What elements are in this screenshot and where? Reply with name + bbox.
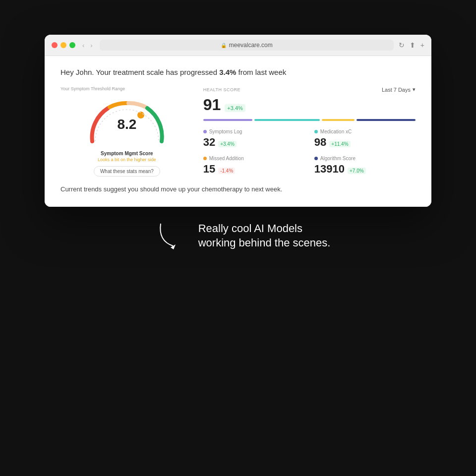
progress-bar-yellow: [322, 119, 355, 121]
greeting: Hey John. Your treatment scale has progr…: [60, 68, 416, 76]
nav-buttons: ‹ ›: [80, 41, 95, 50]
caption-area: Really cool AI Modelsworking behind the …: [146, 219, 331, 253]
stat-missed-addition-value: 15: [203, 163, 215, 176]
stat-dot-purple: [203, 130, 207, 133]
stat-algorithm-score-header: Algorithm Score: [314, 156, 416, 161]
new-tab-icon[interactable]: +: [420, 41, 424, 49]
stat-dot-orange: [203, 157, 207, 160]
progress-bars: [203, 119, 416, 121]
stat-medication-xc-header: Medication xC: [314, 129, 416, 134]
last-days-dropdown[interactable]: Last 7 Days ▾: [382, 86, 416, 93]
health-panel: HEALTH SCORE Last 7 Days ▾ 91 +3.4%: [203, 86, 416, 177]
stat-symptoms-log: Symptoms Log 32 +3.4%: [203, 129, 304, 149]
main-grid: Your Symptom Threshold Range: [60, 86, 416, 177]
stat-symptoms-log-change: +3.4%: [218, 141, 237, 147]
stat-algorithm-score-value-row: 13910 +7.0%: [314, 163, 416, 176]
progress-bar-darkblue: [357, 119, 416, 121]
back-button[interactable]: ‹: [80, 41, 86, 50]
chevron-down-icon: ▾: [413, 86, 416, 93]
stat-medication-xc: Medication xC 98 +11.4%: [314, 129, 416, 149]
progress-bar-teal: [254, 119, 320, 121]
greeting-text-after: from last week: [236, 68, 286, 76]
stat-missed-addition-change: -1.4%: [218, 168, 235, 174]
gauge-center: 8.2: [117, 117, 136, 132]
stat-algorithm-score-value: 13910: [314, 163, 345, 176]
url-text: meevalcare.com: [229, 42, 273, 49]
gauge-container: 8.2: [82, 94, 172, 149]
reload-icon[interactable]: ↻: [399, 41, 405, 49]
stat-medication-xc-value: 98: [314, 136, 326, 149]
stat-algorithm-score: Algorithm Score 13910 +7.0%: [314, 156, 416, 176]
minimize-button[interactable]: [60, 42, 66, 48]
stat-symptoms-log-header: Symptoms Log: [203, 129, 304, 134]
stat-symptoms-log-value: 32: [203, 136, 215, 149]
browser-content: Hey John. Your treatment scale has progr…: [45, 56, 431, 207]
caption-text: Really cool AI Modelsworking behind the …: [198, 222, 331, 250]
health-score-label: HEALTH SCORE: [203, 87, 240, 92]
last-days-label: Last 7 Days: [382, 87, 411, 93]
stat-medication-xc-change: +11.4%: [329, 141, 350, 147]
stat-medication-xc-value-row: 98 +11.4%: [314, 136, 416, 149]
lock-icon: 🔒: [221, 43, 227, 48]
close-button[interactable]: [52, 42, 58, 48]
stat-missed-addition-header: Missed Addition: [203, 156, 304, 161]
stat-missed-addition-value-row: 15 -1.4%: [203, 163, 304, 176]
browser-chrome: ‹ › 🔒 meevalcare.com ↻ ⬆ +: [45, 35, 431, 56]
address-bar[interactable]: 🔒 meevalcare.com: [100, 40, 394, 51]
gauge-subtitle: Looks a bit on the higher side: [98, 157, 156, 162]
gauge-value: 8.2: [117, 117, 136, 132]
greeting-text-before: Hey John. Your treatment scale has progr…: [60, 68, 219, 76]
stat-dot-teal: [314, 130, 318, 133]
gauge-panel: Your Symptom Threshold Range: [60, 86, 193, 177]
gauge-label: Your Symptom Threshold Range: [60, 86, 125, 91]
traffic-lights: [52, 42, 75, 48]
recommendation-text: Current trends suggest you should move u…: [60, 185, 416, 193]
stat-symptoms-log-name: Symptoms Log: [209, 129, 242, 134]
health-score-value: 91: [203, 96, 221, 114]
maximize-button[interactable]: [69, 42, 75, 48]
forward-button[interactable]: ›: [88, 41, 94, 50]
stats-grid: Symptoms Log 32 +3.4% Medication xC: [203, 129, 416, 176]
health-score-change: +3.4%: [225, 104, 245, 112]
arrow-icon: [156, 219, 190, 253]
svg-point-0: [137, 111, 145, 119]
stat-algorithm-score-name: Algorithm Score: [320, 156, 356, 161]
health-header: HEALTH SCORE Last 7 Days ▾: [203, 86, 416, 93]
stat-algorithm-score-change: +7.0%: [348, 168, 366, 174]
stat-dot-darkblue: [314, 157, 318, 160]
greeting-highlight: 3.4%: [219, 68, 236, 76]
browser-window: ‹ › 🔒 meevalcare.com ↻ ⬆ + Hey John. You…: [45, 35, 431, 207]
gauge-score-title: Symptom Mgmt Score: [101, 151, 153, 156]
stat-missed-addition: Missed Addition 15 -1.4%: [203, 156, 304, 176]
stat-symptoms-log-value-row: 32 +3.4%: [203, 136, 304, 149]
stat-missed-addition-name: Missed Addition: [209, 156, 244, 161]
progress-bar-purple: [203, 119, 252, 121]
health-score-row: 91 +3.4%: [203, 96, 416, 114]
share-icon[interactable]: ⬆: [410, 41, 416, 49]
stat-medication-xc-name: Medication xC: [320, 129, 352, 134]
what-stats-mean-button[interactable]: What these stats mean?: [94, 166, 160, 177]
browser-actions: ↻ ⬆ +: [399, 41, 424, 49]
